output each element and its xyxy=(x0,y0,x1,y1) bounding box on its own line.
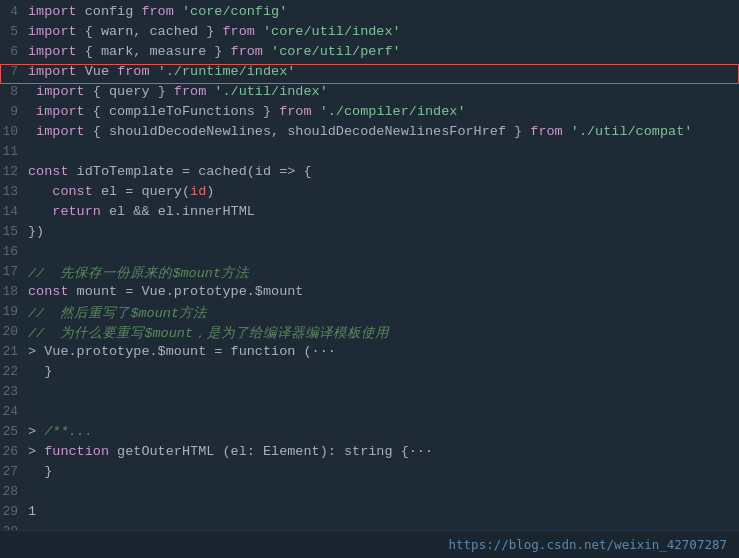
line-number: 12 xyxy=(0,164,28,179)
line-content: const idToTemplate = cached(id => { xyxy=(28,164,731,179)
line-number: 5 xyxy=(0,24,28,39)
line-number: 23 xyxy=(0,384,28,399)
line-number: 7 xyxy=(0,64,28,79)
code-line: 23 xyxy=(0,384,739,404)
code-line: 20// 为什么要重写$mount，是为了给编译器编译模板使用 xyxy=(0,324,739,344)
line-content: import Vue from './runtime/index' xyxy=(28,64,731,79)
line-content: > function getOuterHTML (el: Element): s… xyxy=(28,444,731,459)
code-line: 24 xyxy=(0,404,739,424)
line-number: 24 xyxy=(0,404,28,419)
code-line: 7import Vue from './runtime/index' xyxy=(0,64,739,84)
line-number: 20 xyxy=(0,324,28,339)
code-line: 14 return el && el.innerHTML xyxy=(0,204,739,224)
line-number: 14 xyxy=(0,204,28,219)
line-content: import { warn, cached } from 'core/util/… xyxy=(28,24,731,39)
line-number: 8 xyxy=(0,84,28,99)
line-number: 26 xyxy=(0,444,28,459)
line-number: 13 xyxy=(0,184,28,199)
line-content: > /**... xyxy=(28,424,731,439)
line-content: import { mark, measure } from 'core/util… xyxy=(28,44,731,59)
code-line: 13 const el = query(id) xyxy=(0,184,739,204)
code-line: 291 xyxy=(0,504,739,524)
line-number: 25 xyxy=(0,424,28,439)
line-number: 9 xyxy=(0,104,28,119)
line-content: // 为什么要重写$mount，是为了给编译器编译模板使用 xyxy=(28,324,731,342)
line-content: const el = query(id) xyxy=(28,184,731,199)
code-editor: 4import config from 'core/config'5import… xyxy=(0,0,739,530)
line-number: 27 xyxy=(0,464,28,479)
line-content: import { query } from './util/index' xyxy=(28,84,731,99)
code-line: 15}) xyxy=(0,224,739,244)
line-content: import { compileToFunctions } from './co… xyxy=(28,104,731,119)
line-content: > Vue.prototype.$mount = function (··· xyxy=(28,344,731,359)
code-line: 28 xyxy=(0,484,739,504)
code-line: 22 } xyxy=(0,364,739,384)
line-number: 17 xyxy=(0,264,28,279)
line-number: 10 xyxy=(0,124,28,139)
line-content: 1 xyxy=(28,504,731,519)
code-line: 27 } xyxy=(0,464,739,484)
code-line: 10 import { shouldDecodeNewlines, should… xyxy=(0,124,739,144)
line-number: 11 xyxy=(0,144,28,159)
code-line: 26> function getOuterHTML (el: Element):… xyxy=(0,444,739,464)
code-line: 12const idToTemplate = cached(id => { xyxy=(0,164,739,184)
code-line: 21> Vue.prototype.$mount = function (··· xyxy=(0,344,739,364)
line-number: 16 xyxy=(0,244,28,259)
code-line: 4import config from 'core/config' xyxy=(0,4,739,24)
line-number: 6 xyxy=(0,44,28,59)
line-number: 29 xyxy=(0,504,28,519)
footer-bar: https://blog.csdn.net/weixin_42707287 xyxy=(0,530,739,558)
code-line: 6import { mark, measure } from 'core/uti… xyxy=(0,44,739,64)
line-number: 15 xyxy=(0,224,28,239)
line-content: const mount = Vue.prototype.$mount xyxy=(28,284,731,299)
line-number: 30 xyxy=(0,524,28,530)
line-content: } xyxy=(28,464,731,479)
code-line: 11 xyxy=(0,144,739,164)
line-content: return el && el.innerHTML xyxy=(28,204,731,219)
line-number: 19 xyxy=(0,304,28,319)
line-content: // 然后重写了$mount方法 xyxy=(28,304,731,322)
line-content: // 先保存一份原来的$mount方法 xyxy=(28,264,731,282)
code-line: 19// 然后重写了$mount方法 xyxy=(0,304,739,324)
code-line: 8 import { query } from './util/index' xyxy=(0,84,739,104)
footer-url: https://blog.csdn.net/weixin_42707287 xyxy=(449,537,727,552)
line-number: 21 xyxy=(0,344,28,359)
line-number: 28 xyxy=(0,484,28,499)
code-line: 5import { warn, cached } from 'core/util… xyxy=(0,24,739,44)
code-line: 17// 先保存一份原来的$mount方法 xyxy=(0,264,739,284)
code-line: 18const mount = Vue.prototype.$mount xyxy=(0,284,739,304)
line-content: import { shouldDecodeNewlines, shouldDec… xyxy=(28,124,731,139)
line-number: 4 xyxy=(0,4,28,19)
line-number: 22 xyxy=(0,364,28,379)
line-content: } xyxy=(28,364,731,379)
line-content: }) xyxy=(28,224,731,239)
code-line: 25> /**... xyxy=(0,424,739,444)
code-line: 16 xyxy=(0,244,739,264)
line-number: 18 xyxy=(0,284,28,299)
line-content: import config from 'core/config' xyxy=(28,4,731,19)
code-line: 9 import { compileToFunctions } from './… xyxy=(0,104,739,124)
